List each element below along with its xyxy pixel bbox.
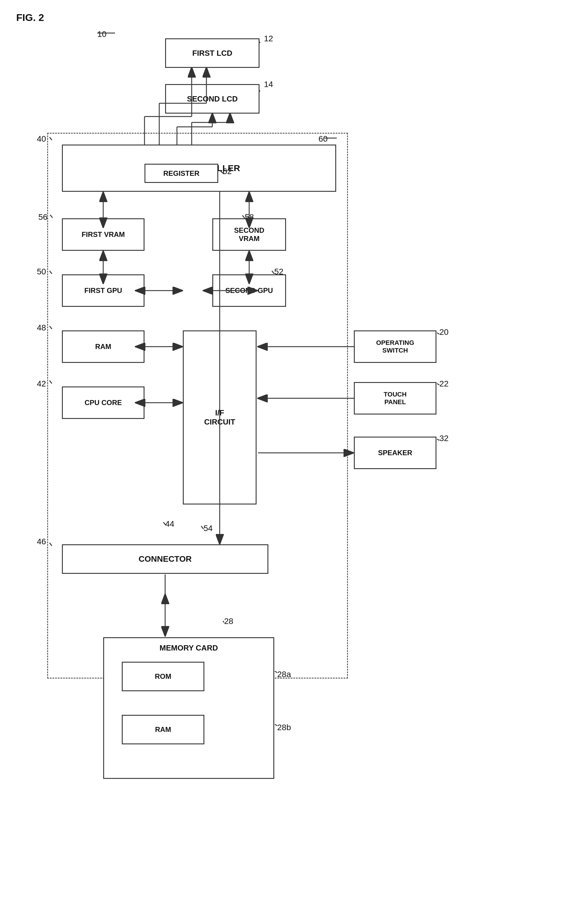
ref-62: 62 (223, 166, 232, 176)
rom-box: ROM (122, 662, 204, 691)
second-vram-box: SECOND VRAM (212, 218, 286, 251)
svg-line-35 (437, 333, 439, 334)
ref-60: 60 (318, 134, 328, 144)
operating-switch-box: OPERATING SWITCH (354, 330, 436, 363)
ram-box: RAM (62, 330, 144, 363)
second-gpu-box: SECOND GPU (212, 274, 286, 307)
ref-44: 44 (165, 519, 174, 529)
ref-28: 28 (224, 616, 233, 626)
ref-50: 50 (37, 267, 46, 276)
ref-46: 46 (37, 537, 46, 546)
second-lcd-box: SECOND LCD (165, 84, 259, 114)
memory-card-box: MEMORY CARD ROM RAM (103, 637, 274, 779)
ref-28b: 28b (277, 723, 291, 732)
memory-card-label: MEMORY CARD (160, 644, 218, 652)
ref-10: 10 (97, 30, 106, 39)
ref-28a: 28a (277, 670, 291, 679)
first-gpu-box: FIRST GPU (62, 274, 144, 307)
ref-12: 12 (264, 34, 273, 44)
svg-line-34 (275, 724, 277, 726)
ref-56: 56 (38, 212, 48, 222)
svg-line-36 (437, 384, 439, 385)
connector-box: CONNECTOR (62, 544, 268, 574)
ref-40: 40 (37, 134, 46, 144)
ref-22: 22 (439, 379, 448, 388)
ref-54: 54 (204, 524, 213, 533)
first-lcd-box: FIRST LCD (165, 38, 259, 68)
speaker-box: SPEAKER (354, 436, 436, 469)
ref-42: 42 (37, 379, 46, 388)
register-box: REGISTER (144, 164, 218, 183)
touch-panel-box: TOUCH PANEL (354, 382, 436, 414)
if-circuit-box: I/F CIRCUIT (183, 330, 256, 504)
first-vram-box: FIRST VRAM (62, 218, 144, 251)
ref-14: 14 (264, 80, 273, 89)
ref-20: 20 (439, 327, 448, 337)
fig-title: FIG. 2 (16, 12, 44, 23)
ram2-box: RAM (122, 715, 204, 744)
diagram: FIG. 2 10 FIRST LCD 12 SECOND LCD 14 40 … (0, 0, 565, 924)
cpu-core-box: CPU CORE (62, 387, 144, 419)
ref-32: 32 (439, 434, 448, 443)
ref-48: 48 (37, 323, 46, 333)
svg-line-37 (437, 439, 439, 441)
